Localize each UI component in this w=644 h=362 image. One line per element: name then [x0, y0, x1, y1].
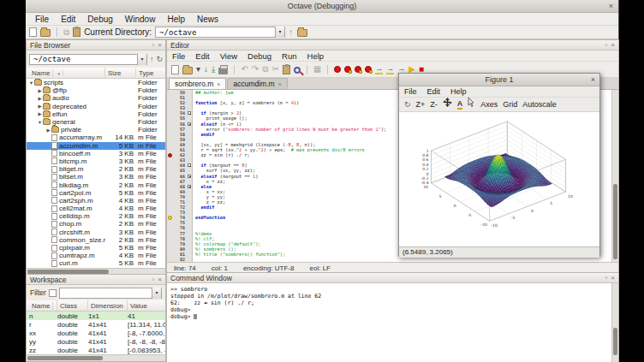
workspace-hscrollbar[interactable] [27, 354, 165, 361]
close-figure-icon[interactable]: × [591, 74, 595, 86]
fold-icon[interactable] [188, 111, 191, 115]
file-tree-row[interactable]: cumtrapz.m4 KBm File [27, 252, 165, 259]
file-tree-row[interactable]: ▶privateFolder [27, 126, 165, 134]
workspace-row[interactable]: xxdouble41x41[-8, -7.6000, -7.2000, -6.8 [27, 329, 165, 337]
column-dimension[interactable]: Dimension [88, 300, 128, 312]
column-type[interactable]: Type [136, 68, 165, 79]
new-script-icon[interactable] [29, 27, 37, 37]
filter-combo[interactable]: ▾ [59, 288, 162, 299]
editor-menu-help[interactable]: Help [302, 50, 330, 62]
chevron-down-icon[interactable]: ▾ [152, 288, 161, 299]
fold-icon[interactable] [188, 175, 191, 178]
close-panel-icon[interactable]: × [611, 40, 615, 50]
file-tree-row[interactable]: bitset.m3 KBm File [27, 173, 165, 181]
find-icon[interactable] [294, 67, 301, 74]
undock-icon[interactable]: ▫ [605, 40, 607, 50]
column-value[interactable]: Value [128, 300, 165, 312]
file-tree-row[interactable]: bitget.m2 KBm File [27, 165, 165, 173]
actions-menu-icon[interactable]: ↻ [156, 53, 163, 65]
file-tree-row[interactable]: circshift.m3 KBm File [27, 228, 165, 236]
breakpoint-icon[interactable] [168, 153, 172, 157]
expander-icon[interactable]: ▶ [37, 104, 43, 109]
select-tool-icon[interactable] [468, 98, 475, 112]
grid-button[interactable]: Grid [503, 98, 517, 112]
up-directory-icon[interactable]: ↑ [289, 27, 293, 38]
text-tool-icon[interactable]: A [457, 99, 463, 110]
file-tree-row[interactable]: bitcmp.m3 KBm File [27, 157, 165, 165]
file-tree-row[interactable]: bincoeff.m3 KBm File [27, 150, 165, 157]
open-dropdown-icon[interactable]: ▾ [196, 64, 200, 74]
figure-canvas[interactable]: -10-50510-10-50510-0.4-0.200.20.40.60.81 [399, 112, 599, 246]
filter-checkbox[interactable] [49, 289, 57, 297]
expander-icon[interactable]: ▶ [45, 128, 51, 133]
open-file-icon[interactable] [182, 67, 193, 74]
close-tab-icon[interactable]: × [278, 81, 282, 87]
new-script-icon[interactable] [171, 65, 179, 74]
column-size[interactable]: Size [105, 68, 136, 79]
up-directory-icon[interactable]: ↑ [150, 53, 154, 65]
breakpoint-gutter[interactable] [167, 257, 173, 262]
menu-debug[interactable]: Debug [81, 13, 118, 26]
previous-breakpoint-icon[interactable] [355, 66, 361, 73]
file-tree-row[interactable]: ▼scriptsFolder [27, 79, 165, 86]
window-titlebar[interactable]: Octave (Debugging) × [26, 0, 618, 13]
file-tree-row[interactable]: ▶@ftpFolder [27, 86, 165, 94]
zoom-out-button[interactable]: Z- [430, 98, 438, 112]
cut-icon[interactable]: ✂ [271, 64, 278, 74]
fold-icon[interactable] [188, 163, 191, 167]
current-directory-combo[interactable]: ~/octave ▾ [155, 27, 285, 38]
column-name[interactable]: Name ▾ [27, 300, 57, 312]
paste-icon[interactable] [73, 27, 80, 37]
file-tree-row[interactable]: celldisp.m2 KBm File [27, 212, 165, 220]
step-icon[interactable]: → [375, 64, 383, 74]
chevron-down-icon[interactable]: ▾ [275, 27, 284, 38]
expander-icon[interactable]: ▶ [37, 88, 43, 93]
column-name[interactable]: Name ▾ [27, 68, 105, 79]
rotate-tool-icon[interactable]: ↻ [404, 98, 411, 112]
menu-help[interactable]: Help [161, 13, 191, 26]
pan-tool-icon[interactable] [443, 98, 452, 112]
close-panel-icon[interactable]: × [611, 273, 615, 283]
expander-icon[interactable]: ▶ [37, 111, 43, 116]
close-tab-icon[interactable]: × [217, 81, 220, 87]
figure-menu-help[interactable]: Help [445, 86, 472, 98]
file-tree-row[interactable]: blkdiag.m2 KBm File [27, 181, 165, 188]
browse-directory-icon[interactable] [297, 29, 307, 37]
editor-menu-file[interactable]: File [167, 50, 190, 62]
paste-icon[interactable] [283, 65, 290, 74]
toggle-breakpoint-icon[interactable] [334, 66, 341, 73]
workspace-row[interactable]: zzdouble41x41[-0.083953, -0.090556, -0 [27, 346, 165, 354]
open-file-icon[interactable] [40, 29, 51, 37]
close-panel-icon[interactable]: × [158, 275, 162, 285]
undo-icon[interactable]: ↶ [241, 64, 247, 74]
undock-icon[interactable]: ▫ [152, 40, 154, 50]
editor-vscrollbar[interactable] [611, 90, 618, 262]
bookmark-icon[interactable] [168, 216, 172, 220]
editor-menu-view[interactable]: View [215, 50, 242, 62]
undock-icon[interactable]: ▫ [605, 273, 607, 283]
file-tree-row[interactable]: ▼generalFolder [27, 118, 165, 126]
tab-accumdim.m[interactable]: accumdim.m× [227, 78, 287, 89]
menu-edit[interactable]: Edit [55, 13, 81, 26]
save-file-icon[interactable]: ↓ [204, 64, 208, 74]
file-tree-row[interactable]: cplxpair.m5 KBm File [27, 244, 165, 252]
file-tree-row[interactable]: ▶elfunFolder [27, 110, 165, 118]
figure-menu-file[interactable]: File [399, 86, 422, 98]
figure-menu-edit[interactable]: Edit [422, 86, 446, 98]
file-tree-row[interactable]: ▶audioFolder [27, 94, 165, 102]
editor-menu-edit[interactable]: Edit [190, 50, 214, 62]
run-file-icon[interactable]: ▦ [313, 64, 321, 74]
next-breakpoint-icon[interactable] [344, 66, 351, 73]
print-icon[interactable] [218, 68, 228, 74]
close-panel-icon[interactable]: × [158, 40, 162, 50]
tab-sombrero.m[interactable]: sombrero.m× [169, 78, 226, 89]
editor-menu-debug[interactable]: Debug [242, 50, 277, 62]
path-combo[interactable]: ~/octave ▾ [29, 54, 147, 65]
menu-file[interactable]: File [29, 13, 55, 26]
save-file-as-icon[interactable]: ⤓ [212, 64, 215, 74]
undock-icon[interactable]: ▫ [152, 275, 154, 285]
menu-window[interactable]: Window [119, 13, 162, 26]
figure-titlebar[interactable]: Figure 1 × [399, 74, 599, 86]
redo-icon[interactable]: ↷ [252, 64, 259, 74]
expander-icon[interactable]: ▼ [28, 80, 34, 86]
